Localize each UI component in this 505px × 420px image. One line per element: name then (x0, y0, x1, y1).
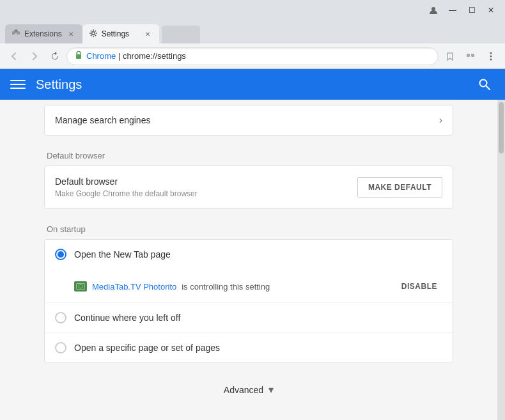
new-tab-placeholder (162, 26, 200, 43)
extension-controlling-row: MediaTab.TV Photorito is controlling thi… (45, 274, 453, 302)
tab-settings[interactable]: Settings ✕ (82, 24, 159, 43)
tab-extensions[interactable]: Extensions ✕ (5, 24, 82, 43)
svg-point-8 (490, 52, 492, 54)
default-browser-card: Default browser Make Google Chrome the d… (44, 166, 453, 209)
advanced-chevron-icon: ▾ (268, 384, 274, 396)
tabs-bar: Extensions ✕ Settings ✕ (0, 20, 505, 43)
settings-tab-close[interactable]: ✕ (143, 29, 153, 39)
extensions-icon-button[interactable] (462, 47, 479, 65)
default-browser-title: Default browser (55, 176, 357, 187)
svg-line-12 (486, 86, 490, 90)
settings-tab-icon (89, 29, 98, 40)
chrome-header: Settings (0, 69, 505, 100)
profile-button[interactable] (424, 1, 442, 19)
manage-search-engines-row[interactable]: Manage search engines › (44, 105, 453, 136)
default-browser-heading: Default browser (44, 151, 453, 160)
address-bar: Chrome | chrome://settings (0, 43, 505, 69)
back-button[interactable] (5, 47, 23, 65)
radio-specific-page[interactable] (55, 342, 66, 354)
svg-point-10 (490, 58, 492, 60)
address-url: | (118, 51, 123, 61)
advanced-button[interactable]: Advanced ▾ (214, 378, 284, 401)
manage-search-engines-chevron: › (439, 114, 442, 126)
header-search-button[interactable] (474, 74, 495, 95)
extension-info: MediaTab.TV Photorito is controlling thi… (74, 281, 270, 292)
startup-card: Open the New Tab page MediaTab.TV Photor… (44, 239, 453, 363)
default-browser-info: Default browser Make Google Chrome the d… (55, 176, 357, 198)
continue-option-label: Continue where you left off (74, 313, 180, 323)
maximize-button[interactable]: ☐ (463, 1, 481, 19)
startup-option-continue: Continue where you left off (45, 303, 453, 333)
default-browser-row: Default browser Make Google Chrome the d… (45, 166, 453, 208)
advanced-section: Advanced ▾ (44, 363, 453, 411)
manage-search-engines-label: Manage search engines (55, 115, 150, 125)
startup-option-new-tab: Open the New Tab page MediaTab.TV Photor… (45, 240, 453, 303)
default-browser-subtitle: Make Google Chrome the default browser (55, 189, 357, 198)
extensions-tab-icon (12, 29, 20, 40)
settings-body: Manage search engines › Default browser … (19, 100, 479, 416)
svg-point-4 (91, 31, 95, 35)
browser-window: — ☐ ✕ Extensions ✕ Settings ✕ (0, 0, 505, 420)
settings-tab-label: Settings (102, 29, 129, 38)
page-title: Settings (36, 77, 464, 92)
scrollbar[interactable] (497, 100, 505, 420)
lock-icon (75, 51, 82, 61)
extension-icon (74, 281, 87, 292)
svg-rect-3 (15, 29, 18, 33)
minimize-button[interactable]: — (444, 1, 462, 19)
forward-button[interactable] (26, 47, 43, 65)
address-text: Chrome | chrome://settings (86, 51, 430, 61)
specific-page-option-label: Open a specific page or set of pages (74, 343, 220, 353)
close-button[interactable]: ✕ (482, 1, 500, 19)
scrollbar-thumb[interactable] (499, 102, 504, 153)
extension-controlling-text: is controlling this setting (182, 282, 270, 292)
main-content: Manage search engines › Default browser … (0, 100, 505, 420)
startup-option-specific-page: Open a specific page or set of pages (45, 333, 453, 362)
extension-name[interactable]: MediaTab.TV Photorito (92, 282, 176, 292)
hamburger-menu-button[interactable] (10, 77, 26, 92)
chrome-label: Chrome (86, 51, 116, 61)
radio-new-tab[interactable] (55, 249, 66, 260)
content-area: Manage search engines › Default browser … (0, 100, 497, 420)
new-tab-option-label: Open the New Tab page (74, 249, 171, 260)
title-bar: — ☐ ✕ (0, 0, 505, 20)
advanced-label: Advanced (224, 385, 263, 395)
disable-extension-button[interactable]: DISABLE (396, 279, 442, 293)
title-bar-controls: — ☐ ✕ (424, 1, 500, 19)
on-startup-heading: On startup (44, 224, 453, 234)
radio-continue[interactable] (55, 312, 66, 323)
menu-button[interactable] (482, 47, 500, 65)
extensions-tab-close[interactable]: ✕ (66, 29, 76, 39)
address-input[interactable]: Chrome | chrome://settings (66, 47, 439, 65)
svg-rect-7 (471, 54, 474, 57)
reload-button[interactable] (46, 47, 64, 65)
bookmark-button[interactable] (441, 47, 459, 65)
svg-rect-6 (467, 54, 470, 57)
svg-point-9 (490, 55, 492, 57)
address-path: chrome://settings (123, 51, 186, 61)
svg-rect-5 (76, 54, 81, 59)
make-default-button[interactable]: MAKE DEFAULT (357, 177, 442, 198)
extensions-tab-label: Extensions (24, 29, 62, 38)
